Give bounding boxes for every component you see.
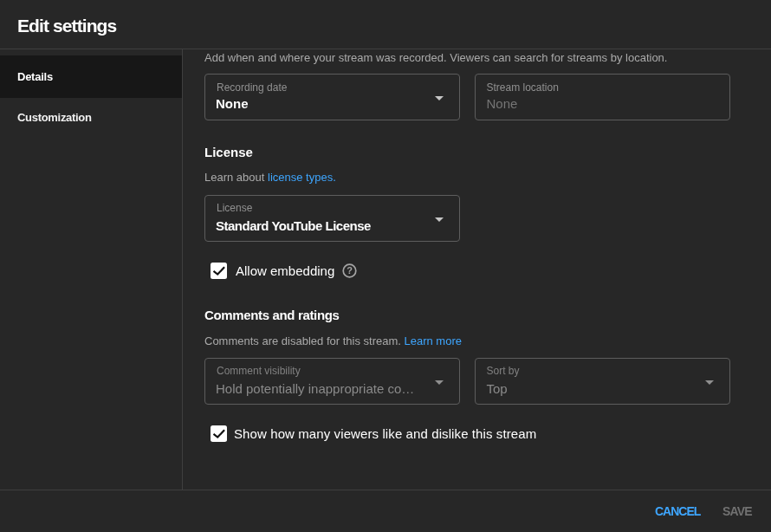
svg-text:?: ? <box>347 265 353 276</box>
